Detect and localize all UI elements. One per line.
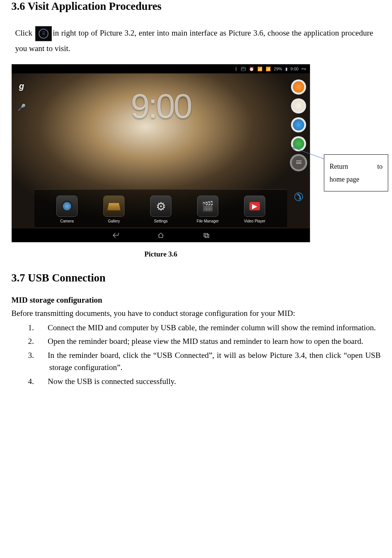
callout-word-2: to [377,160,383,173]
settings-icon [150,196,171,217]
bluetooth-icon: ᛒ [235,67,238,71]
screenshot-container: ᛒ 📳 ⏰ 📶 📶 29% ▮ 9:00 PM g 🎤 9:00 [11,64,310,258]
left-shortcut-rail: g 🎤 [15,79,28,114]
dock-settings[interactable]: Settings [149,196,173,223]
step-2: 2.Open the reminder board; please view t… [39,335,381,348]
contacts-shortcut[interactable] [291,136,306,151]
dock-file-manager[interactable]: File Manager [196,196,220,223]
callout-word-1: Return [330,160,348,173]
video-player-label: Video Player [244,219,266,223]
browser-shortcut[interactable] [291,98,306,113]
recent-apps-button[interactable] [195,230,218,240]
dock: Camera Gallery Settings File Manager Vid… [12,196,310,223]
step-4-num: 4. [39,375,48,388]
settings-label: Settings [154,219,168,223]
messaging-shortcut[interactable] [291,117,306,132]
section-3-6-paragraph: Click in right top of Picture 3.2, enter… [11,26,381,56]
wifi-icon: 📶 [266,67,271,71]
video-player-icon [244,196,265,217]
clock-widget: 9:00 [131,87,191,126]
dock-camera[interactable]: Camera [55,196,79,223]
return-home-callout: Returnto home page [324,154,388,191]
battery-percent: 29% [274,67,282,71]
navigation-bar [12,228,310,242]
svg-rect-1 [205,235,209,238]
step-4-text: Now the USB is connected successfully. [48,377,176,386]
svg-rect-0 [204,233,208,236]
statusbar-time: 9:00 [291,67,299,71]
step-2-text: Open the reminder board; please view the… [48,337,363,346]
step-1: 1.Connect the MID and computer by USB ca… [39,322,381,334]
alarm-icon: ⏰ [249,67,254,71]
figure-caption: Picture 3.6 [11,250,310,258]
step-2-num: 2. [39,335,48,348]
para-text-after: in right top of Picture 3.2, enter into … [15,28,373,53]
step-3: 3.In the reminder board, click the “USB … [39,349,381,374]
apps-grid-icon [35,26,52,41]
signal-icon: 📶 [257,67,263,71]
right-shortcut-rail: ✆ [290,79,307,204]
dock-video-player[interactable]: Video Player [243,196,267,223]
music-shortcut[interactable] [291,79,306,95]
step-1-text: Connect the MID and computer by USB cabl… [48,323,376,332]
mid-storage-intro: Before transmitting documents, you have … [11,307,381,320]
usb-steps-list: 1.Connect the MID and computer by USB ca… [11,322,381,388]
step-4: 4.Now the USB is connected successfully. [39,375,381,388]
apps-drawer-button[interactable] [291,155,306,170]
voice-search-shortcut[interactable]: 🎤 [15,101,28,114]
camera-icon [56,196,78,217]
mid-storage-subheading: MID storage configuration [11,295,381,305]
step-3-text: In the reminder board, click the “USB Co… [48,351,381,372]
dock-gallery[interactable]: Gallery [102,196,126,223]
para-text-before: Click [15,28,34,37]
callout-line-2: home page [330,173,383,186]
gallery-icon [103,196,124,217]
home-button[interactable] [149,230,172,240]
pm-icon: PM [302,67,306,71]
status-bar: ᛒ 📳 ⏰ 📶 📶 29% ▮ 9:00 PM [12,64,310,73]
back-button[interactable] [104,230,127,240]
camera-label: Camera [60,219,74,223]
android-home-screenshot: ᛒ 📳 ⏰ 📶 📶 29% ▮ 9:00 PM g 🎤 9:00 [11,64,310,242]
vibrate-icon: 📳 [241,67,246,71]
file-manager-icon [197,196,218,217]
step-1-num: 1. [39,322,48,334]
battery-icon: ▮ [285,67,288,71]
file-manager-label: File Manager [197,219,219,223]
section-3-6-heading: 3.6 Visit Application Procedures [11,0,381,12]
google-search-shortcut[interactable]: g [15,79,28,93]
step-3-num: 3. [39,349,48,362]
gallery-label: Gallery [108,219,120,223]
section-3-7-heading: 3.7 USB Connection [11,272,381,284]
